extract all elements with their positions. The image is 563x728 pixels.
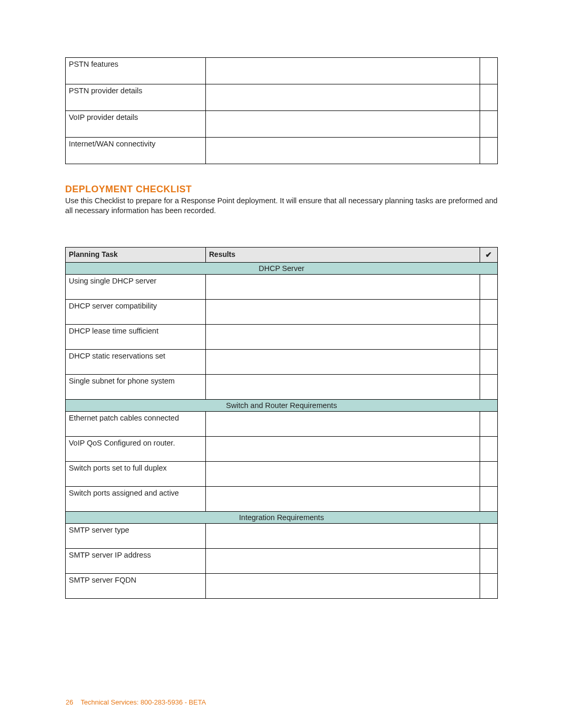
results-cell: [206, 299, 480, 324]
table-row: SMTP server IP address: [66, 548, 498, 573]
task-label: Ethernet patch cables connected: [66, 411, 206, 436]
results-cell: [206, 411, 480, 436]
results-cell: [206, 138, 480, 164]
footer-text: Technical Services: 800-283-5936 - BETA: [81, 698, 206, 706]
check-cell: [480, 58, 498, 84]
check-cell: [480, 374, 498, 399]
table-row: DHCP lease time sufficient: [66, 324, 498, 349]
table-row: DHCP static reservations set: [66, 349, 498, 374]
section-row: DHCP Server: [66, 262, 498, 274]
task-label: Switch ports set to full duplex: [66, 461, 206, 486]
task-label: SMTP server FQDN: [66, 573, 206, 598]
task-label: DHCP server compatibility: [66, 299, 206, 324]
table-row: PSTN features: [66, 58, 498, 84]
task-label: PSTN provider details: [66, 84, 206, 111]
table-row: Ethernet patch cables connected: [66, 411, 498, 436]
results-cell: [206, 573, 480, 598]
results-cell: [206, 111, 480, 138]
results-cell: [206, 324, 480, 349]
section-label: Integration Requirements: [66, 511, 498, 523]
task-label: SMTP server type: [66, 523, 206, 548]
table-row: Using single DHCP server: [66, 274, 498, 299]
deployment-checklist-title: DEPLOYMENT CHECKLIST: [65, 184, 498, 195]
task-label: Using single DHCP server: [66, 274, 206, 299]
check-cell: [480, 111, 498, 138]
table-row: SMTP server FQDN: [66, 573, 498, 598]
task-label: Internet/WAN connectivity: [66, 138, 206, 164]
section-label: DHCP Server: [66, 262, 498, 274]
task-label: VoIP QoS Configured on router.: [66, 436, 206, 461]
table-row: VoIP QoS Configured on router.: [66, 436, 498, 461]
task-label: DHCP lease time sufficient: [66, 324, 206, 349]
results-cell: [206, 374, 480, 399]
results-cell: [206, 84, 480, 111]
task-label: SMTP server IP address: [66, 548, 206, 573]
col-header-check: ✔: [480, 247, 498, 262]
task-label: VoIP provider details: [66, 111, 206, 138]
table-row: PSTN provider details: [66, 84, 498, 111]
results-cell: [206, 461, 480, 486]
results-cell: [206, 349, 480, 374]
deployment-checklist-intro: Use this Checklist to prepare for a Resp…: [65, 196, 498, 216]
check-cell: [480, 548, 498, 573]
results-cell: [206, 274, 480, 299]
table-row: Switch ports set to full duplex: [66, 461, 498, 486]
table-row: DHCP server compatibility: [66, 299, 498, 324]
table-row: Internet/WAN connectivity: [66, 138, 498, 164]
pstn-continuation-table: PSTN featuresPSTN provider detailsVoIP p…: [65, 57, 498, 164]
table-row: Switch ports assigned and active: [66, 486, 498, 511]
check-cell: [480, 436, 498, 461]
deployment-checklist-table: Planning Task Results ✔ DHCP ServerUsing…: [65, 247, 498, 599]
table-row: SMTP server type: [66, 523, 498, 548]
results-cell: [206, 436, 480, 461]
check-cell: [480, 523, 498, 548]
task-label: PSTN features: [66, 58, 206, 84]
task-label: Single subnet for phone system: [66, 374, 206, 399]
col-header-results: Results: [206, 247, 480, 262]
results-cell: [206, 523, 480, 548]
task-label: Switch ports assigned and active: [66, 486, 206, 511]
section-label: Switch and Router Requirements: [66, 399, 498, 411]
page-footer: 26 Technical Services: 800-283-5936 - BE…: [66, 698, 206, 706]
results-cell: [206, 486, 480, 511]
check-cell: [480, 349, 498, 374]
check-cell: [480, 274, 498, 299]
task-label: DHCP static reservations set: [66, 349, 206, 374]
section-row: Integration Requirements: [66, 511, 498, 523]
check-cell: [480, 138, 498, 164]
check-cell: [480, 299, 498, 324]
check-cell: [480, 486, 498, 511]
section-row: Switch and Router Requirements: [66, 399, 498, 411]
results-cell: [206, 548, 480, 573]
check-cell: [480, 573, 498, 598]
check-cell: [480, 324, 498, 349]
page-number: 26: [66, 698, 73, 706]
col-header-planning-task: Planning Task: [66, 247, 206, 262]
check-cell: [480, 411, 498, 436]
check-cell: [480, 84, 498, 111]
results-cell: [206, 58, 480, 84]
table-row: VoIP provider details: [66, 111, 498, 138]
check-cell: [480, 461, 498, 486]
table-row: Single subnet for phone system: [66, 374, 498, 399]
